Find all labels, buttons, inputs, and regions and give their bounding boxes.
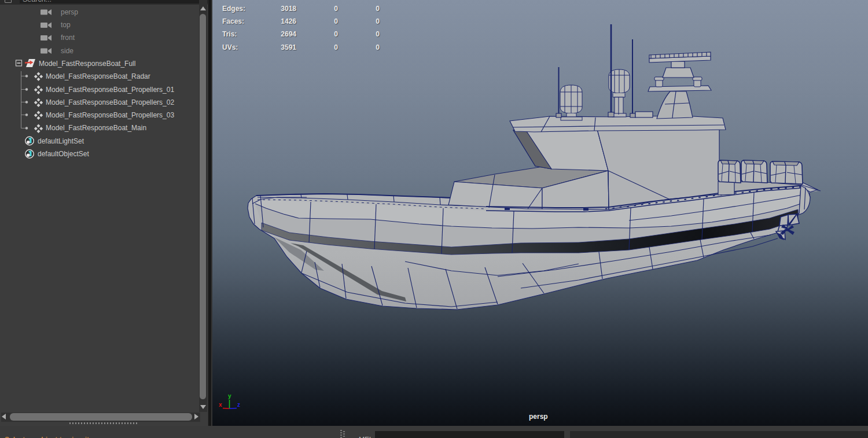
svg-text:y: y [228, 393, 231, 399]
svg-text:z: z [237, 402, 240, 408]
svg-text:x: x [219, 402, 222, 408]
